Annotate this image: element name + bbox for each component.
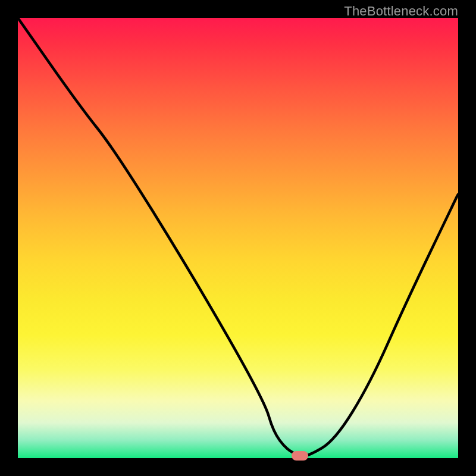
curve-path — [18, 18, 458, 456]
bottleneck-curve — [18, 18, 458, 458]
watermark-text: TheBottleneck.com — [344, 4, 458, 19]
optimal-marker — [292, 451, 308, 461]
chart-frame: TheBottleneck.com — [0, 0, 476, 476]
plot-area — [18, 18, 458, 458]
